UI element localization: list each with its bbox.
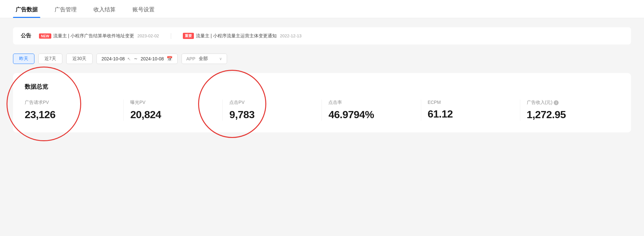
stat-item-ad-request-pv: 广告请求PV 23,126 [25,100,124,121]
stat-value-impression-pv: 20,824 [130,109,216,121]
calendar-icon: 📅 [167,56,173,62]
date-start: 2024-10-08 [101,56,125,61]
stat-label-click-rate: 点击率 [328,100,414,106]
announcement-date-2: 2022-12-13 [280,33,302,38]
announcement-item-2: 重要 流量主 | 小程序流量主运营主体变更通知 2022-12-13 [183,33,302,39]
filter-7days[interactable]: 近7天 [38,54,62,64]
page-container: 广告数据 广告管理 收入结算 账号设置 公告 NEW 流量主 | 小程序广告结算… [0,0,644,236]
stat-label-click-pv: 点击PV [229,100,315,106]
announcement-text-2[interactable]: 流量主 | 小程序流量主运营主体变更通知 [196,33,277,39]
tab-account[interactable]: 账号设置 [130,6,157,18]
stat-label-ecpm: ECPM [428,100,513,105]
date-range-picker[interactable]: 2024-10-08 ↖ ～ 2024-10-08 📅 [96,54,177,64]
tab-ad-manage[interactable]: 广告管理 [52,6,79,18]
announcement-divider [171,33,171,39]
date-separator: ～ [133,56,138,62]
stat-label-impression-pv: 曝光PV [130,100,216,106]
stat-item-click-rate: 点击率 46.9794% [322,100,421,121]
stat-value-ad-income: 1,272.95 [527,109,613,121]
badge-new: NEW [39,33,51,39]
filter-yesterday[interactable]: 昨天 [13,54,34,64]
app-filter-value: 全部 [199,56,208,62]
main-content: 公告 NEW 流量主 | 小程序广告结算单收件地址变更 2023-02-02 重… [0,18,644,142]
stat-item-ecpm: ECPM 61.12 [421,100,520,121]
tab-ad-data[interactable]: 广告数据 [13,6,40,18]
filter-30days[interactable]: 近30天 [66,54,93,64]
stats-section: 数据总览 广告请求PV 23,126 曝光PV 20,824 点击PV 9,78… [13,73,631,132]
announcement-label: 公告 [21,32,31,39]
nav-tabs: 广告数据 广告管理 收入结算 账号设置 [0,0,644,18]
stat-label-ad-income: 广告收入(元) i [527,100,613,106]
app-filter-label: APP [186,56,196,61]
announcement-text-1[interactable]: 流量主 | 小程序广告结算单收件地址变更 [53,33,134,39]
filter-row: 昨天 近7天 近30天 2024-10-08 ↖ ～ 2024-10-08 📅 … [13,54,631,64]
date-end: 2024-10-08 [141,56,164,61]
stat-value-ad-request-pv: 23,126 [25,109,117,121]
stat-label-ad-request-pv: 广告请求PV [25,100,117,106]
stat-item-click-pv: 点击PV 9,783 [223,100,322,121]
stat-item-impression-pv: 曝光PV 20,824 [124,100,223,121]
announcement-item-1: NEW 流量主 | 小程序广告结算单收件地址变更 2023-02-02 [39,33,159,39]
badge-important: 重要 [183,33,194,39]
app-filter-dropdown[interactable]: APP 全部 ∨ [182,54,227,64]
stats-title: 数据总览 [25,83,619,91]
announcement-row: 公告 NEW 流量主 | 小程序广告结算单收件地址变更 2023-02-02 重… [13,27,631,44]
stat-item-ad-income: 广告收入(元) i 1,272.95 [520,100,619,121]
chevron-down-icon: ∨ [219,56,222,61]
stat-value-click-pv: 9,783 [229,109,315,121]
stat-value-ecpm: 61.12 [428,108,513,120]
cursor-icon: ↖ [127,56,131,61]
stat-value-click-rate: 46.9794% [328,109,414,121]
info-icon[interactable]: i [554,100,559,105]
announcement-date-1: 2023-02-02 [137,33,159,38]
stats-grid: 广告请求PV 23,126 曝光PV 20,824 点击PV 9,783 点击率… [25,100,619,121]
tab-income[interactable]: 收入结算 [91,6,118,18]
